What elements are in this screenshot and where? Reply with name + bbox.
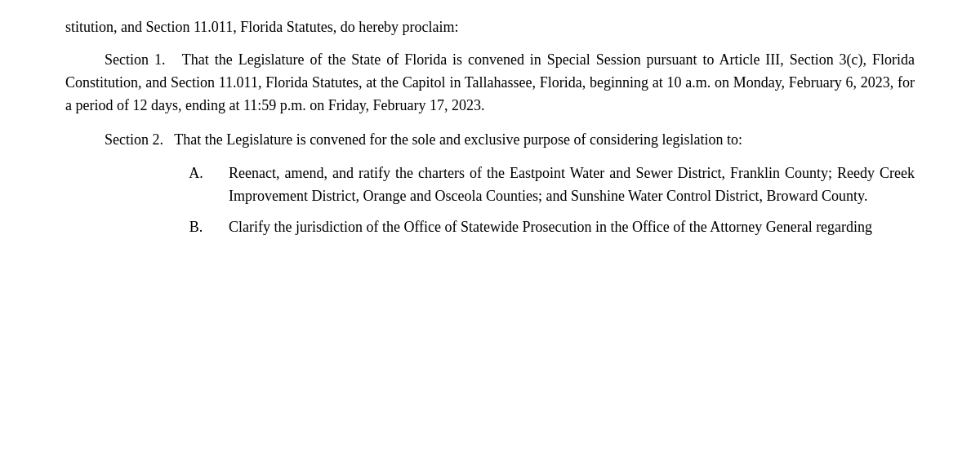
subsection-b-label: B.: [163, 216, 229, 239]
section-2-intro-paragraph: Section 2. That the Legislature is conve…: [65, 129, 915, 152]
section-2-block: Section 2. That the Legislature is conve…: [65, 129, 915, 152]
section-1-text: That the Legislature of the State of Flo…: [65, 51, 915, 113]
section-2-label: Section 2.: [105, 131, 163, 148]
header-line: stitution, and Section 11.011, Florida S…: [65, 16, 915, 39]
section-1-label: Section 1.: [105, 51, 165, 68]
page-container: stitution, and Section 11.011, Florida S…: [0, 0, 980, 457]
subsection-a-text: Reenact, amend, and ratify the charters …: [229, 162, 915, 208]
subsection-a-block: A. Reenact, amend, and ratify the charte…: [65, 162, 915, 208]
header-text: stitution, and Section 11.011, Florida S…: [65, 19, 459, 35]
section-2-intro-text: That the Legislature is convened for the…: [174, 131, 742, 148]
subsection-b-text: Clarify the jurisdiction of the Office o…: [229, 216, 915, 239]
subsection-a-label: A.: [163, 162, 229, 208]
section-1-block: Section 1. That the Legislature of the S…: [65, 49, 915, 118]
section-1-paragraph: Section 1. That the Legislature of the S…: [65, 49, 915, 118]
subsection-b-block: B. Clarify the jurisdiction of the Offic…: [65, 216, 915, 239]
